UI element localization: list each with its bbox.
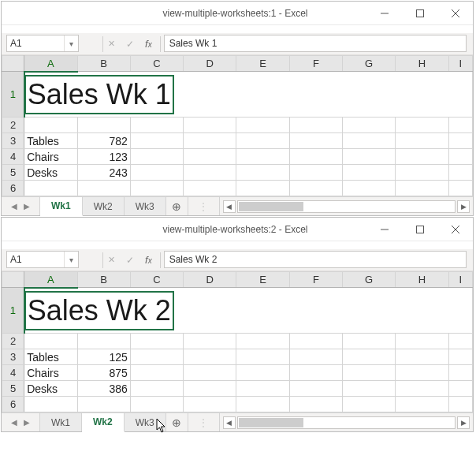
row-header-4[interactable]: 4 [2, 149, 24, 165]
name-box[interactable]: ▾ [6, 251, 79, 268]
titlebar[interactable]: view-multiple-worksheets:1 - Excel [2, 2, 473, 25]
close-button[interactable] [437, 2, 473, 25]
select-all-corner[interactable] [2, 56, 24, 72]
col-header-A[interactable]: A [24, 56, 77, 72]
cell-A1-merged[interactable]: Sales Wk 2 [26, 293, 173, 329]
row-header-3[interactable]: 3 [2, 133, 24, 149]
row-header-5[interactable]: 5 [2, 381, 24, 397]
sheet-tab-wk3[interactable]: Wk3 [125, 197, 166, 215]
cell-A4[interactable]: Chairs [24, 149, 77, 165]
horizontal-scrollbar[interactable]: ◀ ▶ [220, 413, 473, 431]
col-header-F[interactable]: F [289, 272, 342, 288]
name-box-input[interactable] [7, 252, 64, 267]
scroll-track[interactable] [237, 200, 456, 213]
col-header-A[interactable]: A [24, 272, 77, 288]
spreadsheet-grid[interactable]: A B C D E F G H I 1 Sales Wk 1 2 [2, 55, 473, 196]
tab-divider[interactable]: ⋮ [188, 413, 220, 431]
col-header-G[interactable]: G [343, 272, 396, 288]
col-header-D[interactable]: D [184, 56, 236, 72]
cell-A3[interactable]: Tables [24, 133, 77, 149]
cell-A1-merged[interactable]: Sales Wk 1 [26, 76, 173, 113]
nav-prev-icon[interactable]: ◀ [11, 202, 17, 211]
name-box[interactable]: ▾ [6, 35, 79, 52]
row-header-2[interactable]: 2 [2, 334, 24, 349]
sheet-tab-wk1[interactable]: Wk1 [40, 197, 83, 216]
nav-next-icon[interactable]: ▶ [24, 418, 30, 427]
scroll-right-icon[interactable]: ▶ [457, 200, 470, 213]
row-header-1[interactable]: 1 [2, 288, 24, 334]
cell-B5[interactable]: 243 [77, 165, 130, 181]
sheet-tab-wk1[interactable]: Wk1 [40, 413, 82, 431]
sheet-tab-bar: ◀▶ Wk1 Wk2 Wk3 ⊕ ⋮ ◀ ▶ [2, 196, 473, 215]
row-header-6[interactable]: 6 [2, 181, 24, 196]
col-header-E[interactable]: E [236, 272, 289, 288]
cell-B4[interactable]: 123 [77, 149, 130, 165]
row-header-2[interactable]: 2 [2, 118, 24, 133]
new-sheet-button[interactable]: ⊕ [166, 197, 188, 215]
cell-A2[interactable] [24, 334, 77, 349]
scroll-left-icon[interactable]: ◀ [223, 200, 236, 213]
tab-divider[interactable]: ⋮ [188, 197, 220, 215]
spreadsheet-grid[interactable]: A B C D E F G H I 1 Sales Wk 2 2 [2, 271, 473, 412]
scroll-right-icon[interactable]: ▶ [457, 416, 470, 429]
formula-input[interactable] [164, 251, 467, 268]
cell-A5[interactable]: Desks [24, 381, 77, 397]
formula-bar: ▾ ✕ ✓ fx [2, 33, 473, 55]
scroll-thumb[interactable] [239, 202, 304, 211]
cell-B3[interactable]: 782 [77, 133, 130, 149]
cell-B5[interactable]: 386 [77, 381, 130, 397]
col-header-I[interactable]: I [448, 56, 472, 72]
window-title: view-multiple-worksheets:1 - Excel [104, 8, 366, 19]
fx-icon[interactable]: fx [145, 38, 152, 50]
row-header-4[interactable]: 4 [2, 365, 24, 381]
horizontal-scrollbar[interactable]: ◀ ▶ [220, 197, 473, 215]
cell-A3[interactable]: Tables [24, 349, 77, 365]
new-sheet-button[interactable]: ⊕ [166, 413, 188, 431]
name-box-dropdown-icon[interactable]: ▾ [64, 252, 78, 267]
scroll-left-icon[interactable]: ◀ [223, 416, 236, 429]
row-header-6[interactable]: 6 [2, 397, 24, 412]
titlebar[interactable]: view-multiple-worksheets:2 - Excel [2, 218, 473, 241]
cell-A5[interactable]: Desks [24, 165, 77, 181]
name-box-input[interactable] [7, 35, 64, 51]
row-header-3[interactable]: 3 [2, 349, 24, 365]
cell-A2[interactable] [24, 118, 77, 133]
col-header-B[interactable]: B [77, 272, 130, 288]
row-header-5[interactable]: 5 [2, 165, 24, 181]
excel-window-1: view-multiple-worksheets:1 - Excel ▾ ✕ ✓… [1, 1, 474, 216]
sheet-nav[interactable]: ◀▶ [2, 413, 40, 431]
col-header-H[interactable]: H [396, 56, 448, 72]
col-header-I[interactable]: I [448, 272, 472, 288]
minimize-button[interactable] [366, 2, 402, 25]
select-all-corner[interactable] [2, 272, 24, 288]
row-header-1[interactable]: 1 [2, 72, 24, 118]
fx-icon[interactable]: fx [145, 254, 152, 266]
maximize-button[interactable] [402, 218, 437, 241]
col-header-F[interactable]: F [289, 56, 342, 72]
nav-next-icon[interactable]: ▶ [24, 202, 30, 211]
formula-input[interactable] [164, 35, 467, 52]
close-button[interactable] [437, 218, 473, 241]
col-header-G[interactable]: G [343, 56, 396, 72]
sheet-nav[interactable]: ◀▶ [2, 197, 40, 215]
cell-B4[interactable]: 875 [77, 365, 130, 381]
scroll-thumb[interactable] [239, 418, 304, 427]
col-header-E[interactable]: E [236, 56, 289, 72]
col-header-B[interactable]: B [77, 56, 130, 72]
cell-B3[interactable]: 125 [77, 349, 130, 365]
enter-icon: ✓ [126, 39, 134, 50]
sheet-tab-wk2[interactable]: Wk2 [83, 197, 125, 215]
nav-prev-icon[interactable]: ◀ [11, 418, 17, 427]
minimize-button[interactable] [366, 218, 402, 241]
col-header-C[interactable]: C [130, 56, 183, 72]
sheet-tab-wk3[interactable]: Wk3 [125, 413, 166, 431]
name-box-dropdown-icon[interactable]: ▾ [64, 35, 78, 51]
cell-A4[interactable]: Chairs [24, 365, 77, 381]
col-header-H[interactable]: H [396, 272, 448, 288]
sheet-tab-wk2[interactable]: Wk2 [82, 413, 125, 432]
maximize-button[interactable] [402, 2, 437, 25]
col-header-D[interactable]: D [184, 272, 236, 288]
scroll-track[interactable] [237, 416, 456, 429]
svg-rect-5 [416, 226, 423, 233]
col-header-C[interactable]: C [130, 272, 183, 288]
